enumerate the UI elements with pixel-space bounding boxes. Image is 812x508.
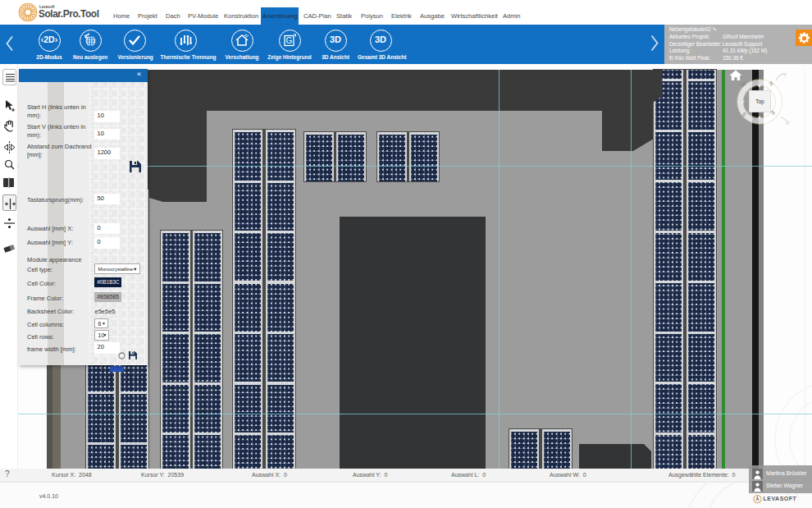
svg-text:G: G [285, 36, 292, 45]
